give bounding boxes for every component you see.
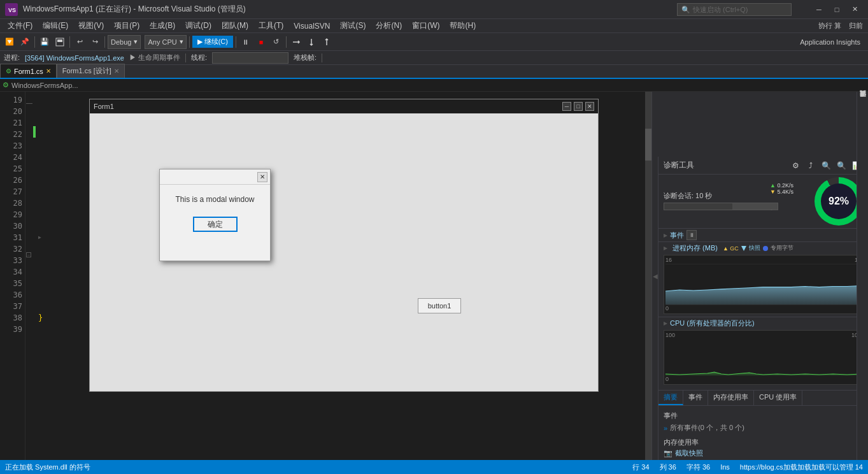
modal-close-button[interactable]: ✕ [257, 172, 267, 182]
menu-team[interactable]: 团队(M) [217, 19, 253, 32]
step-out[interactable] [320, 35, 334, 49]
menu-debug[interactable]: 调试(D) [180, 19, 217, 32]
form-close-btn[interactable]: ✕ [585, 102, 594, 111]
performance-gauge: ▲ 0.2K/s ▼ 5.4K/s 92% [815, 177, 863, 226]
events-bullet-icon: » [664, 424, 667, 432]
tab-form1cs[interactable]: ⚙ Form1.cs ✕ [0, 64, 57, 78]
session-label: 诊断会话: 10 秒 [664, 191, 778, 201]
vertical-tabs: 测试资源管理器 [857, 92, 868, 460]
code-scrollbar[interactable] [645, 92, 651, 460]
vtab-diag[interactable]: 测试资源管理器 [857, 97, 869, 107]
pause-button[interactable]: ⏸ [239, 35, 253, 49]
menu-file[interactable]: 文件(F) [3, 19, 38, 32]
continue-label: 继续(C) [204, 37, 228, 47]
all-events-label: 所有事件(0 个，共 0 个) [670, 423, 744, 433]
menu-help[interactable]: 帮助(H) [445, 19, 481, 32]
thread-dropdown[interactable] [212, 52, 288, 64]
tab-form1cs-icon: ⚙ [6, 68, 11, 75]
menu-build[interactable]: 生成(B) [145, 19, 180, 32]
stop-button[interactable]: ■ [254, 35, 268, 49]
menu-tools[interactable]: 工具(T) [253, 19, 288, 32]
capture-snapshot-row: 📷 截取快照 [664, 449, 863, 458]
diag-tab-cpu[interactable]: CPU 使用率 [754, 391, 802, 405]
panel-expand-icon: ◀ [653, 273, 658, 280]
session-timeline: 10秒 [664, 203, 778, 210]
toolbar-redo[interactable]: ↪ [88, 35, 102, 49]
tab-form1cs-design-close[interactable]: ✕ [114, 68, 119, 75]
window-controls: ─ □ ✕ [811, 3, 863, 16]
collapse-btn-31[interactable]: − [26, 252, 31, 257]
minimize-button[interactable]: ─ [811, 3, 827, 16]
form-min-btn[interactable]: ─ [562, 102, 571, 111]
diag-zoom-out[interactable]: 🔍 [835, 159, 848, 172]
code-scroll-thumb[interactable] [645, 129, 651, 161]
continue-button[interactable]: ▶ 继续(C) [192, 36, 233, 48]
form-button1-label: button1 [428, 302, 452, 310]
collapse-icon-31[interactable]: ▶ [38, 232, 41, 243]
brace-38: } [38, 313, 43, 322]
process-label: 进程: [4, 53, 20, 62]
signin-label[interactable]: 归前 [846, 21, 865, 31]
tab-form1cs-design[interactable]: Form1.cs [设计] ✕ [57, 64, 125, 78]
menu-visualsvn[interactable]: VisualSVN [288, 20, 335, 32]
memory-label: 进程内存 (MB) [672, 243, 718, 253]
maximize-button[interactable]: □ [829, 3, 845, 16]
process-name[interactable]: [3564] WindowsFormsApp1.exe [25, 54, 124, 62]
form-max-btn[interactable]: □ [574, 102, 583, 111]
toolbar-filter[interactable]: 🔽 [3, 35, 17, 49]
memory-chart-labels: 16 16 [665, 257, 861, 263]
toolbar-save-all[interactable] [53, 35, 67, 49]
cpu-max-label: 100 [665, 332, 675, 338]
step-over[interactable] [289, 35, 303, 49]
memory-collapse-icon[interactable]: ▶ [664, 245, 667, 251]
step-into[interactable] [304, 35, 318, 49]
mem-min-label: 0 [665, 305, 669, 312]
diag-zoom-in[interactable]: 🔍 [820, 159, 832, 172]
all-events-row: » 所有事件(0 个，共 0 个) [664, 422, 863, 434]
diag-tab-summary[interactable]: 摘要 [658, 391, 683, 405]
quick-launch-bar[interactable]: 🔍 快速启动 (Ctrl+Q) [677, 3, 792, 16]
sep2 [322, 54, 322, 62]
toolbar-save[interactable]: 💾 [38, 35, 52, 49]
diag-export-btn[interactable]: ⤴ [804, 159, 817, 172]
modal-dialog: ✕ This is a modal window 确定 [159, 169, 271, 261]
close-button[interactable]: ✕ [846, 3, 863, 16]
menu-project[interactable]: 项目(P) [109, 19, 145, 32]
events-collapse-icon[interactable]: ▶ [664, 233, 667, 238]
menu-test[interactable]: 测试(S) [335, 19, 371, 32]
app-insights-label[interactable]: Application Insights [795, 38, 865, 46]
memory-legend: ▶ 进程内存 (MB) ▲ GC 快照 专用字节 [664, 243, 863, 253]
diag-settings-btn[interactable]: ⚙ [789, 159, 802, 172]
memory-chart-area [665, 264, 861, 305]
modal-message: This is a modal window [175, 195, 254, 204]
cpu-header: ▶ CPU (所有处理器的百分比) [664, 319, 863, 328]
gc-legend: ▲ GC [723, 245, 739, 252]
breadcrumb-class: WindowsFormsApp... [11, 82, 78, 89]
form-button1[interactable]: button1 [418, 298, 461, 313]
toolbar-pin[interactable]: 📌 [18, 35, 32, 49]
cpu-collapse-icon[interactable]: ▶ [664, 320, 667, 326]
menu-edit[interactable]: 编辑(E) [38, 19, 73, 32]
events-label: 事件 [670, 231, 684, 240]
platform-arrow: ▾ [180, 38, 183, 46]
status-char: 字符 36 [687, 463, 710, 472]
diag-tab-events[interactable]: 事件 [683, 391, 708, 405]
restart-button[interactable]: ↺ [269, 35, 283, 49]
modal-ok-button[interactable]: 确定 [193, 217, 238, 232]
events-section: ▶ 事件 ⏸ [658, 228, 868, 241]
memory-legend-items: ▲ GC 快照 专用字节 [723, 244, 793, 252]
cpu-section: ▶ CPU (所有处理器的百分比) 100 100 [658, 317, 868, 387]
menu-window[interactable]: 窗口(W) [407, 19, 445, 32]
capture-snapshot-label[interactable]: 截取快照 [675, 449, 703, 458]
debug-config-dropdown[interactable]: Debug ▾ [108, 35, 141, 49]
lifecycle-btn[interactable]: ▶ 生命周期事件 [129, 53, 180, 62]
user-label: 协行 算 [813, 21, 846, 31]
platform-dropdown[interactable]: Any CPU ▾ [145, 35, 186, 49]
menu-view[interactable]: 视图(V) [73, 19, 109, 32]
panel-expand-btn[interactable]: ◀ [651, 92, 658, 460]
toolbar-undo[interactable]: ↩ [73, 35, 87, 49]
summary-events-label: 事件 [664, 411, 863, 420]
events-pause-btn[interactable]: ⏸ [687, 230, 697, 240]
menu-analyze[interactable]: 分析(N) [371, 19, 407, 32]
diag-tab-memory[interactable]: 内存使用率 [708, 391, 754, 405]
